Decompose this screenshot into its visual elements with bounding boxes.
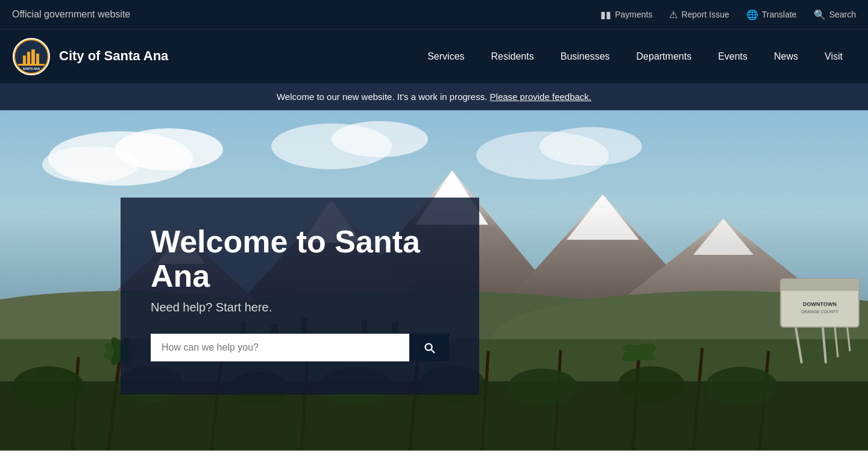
warning-icon: ⚠ bbox=[669, 9, 678, 20]
svg-point-69 bbox=[508, 369, 577, 406]
svg-point-13 bbox=[332, 121, 428, 157]
utility-bar: Official government website ▮▮ Payments … bbox=[0, 0, 868, 29]
hero-search-button[interactable] bbox=[409, 334, 449, 361]
search-icon-util: 🔍 bbox=[814, 9, 826, 20]
nav-item-visit[interactable]: Visit bbox=[811, 30, 856, 84]
nav-links: Services Residents Businesses Department… bbox=[414, 30, 856, 84]
utility-links: ▮▮ Payments ⚠ Report Issue 🌐 Translate 🔍… bbox=[600, 9, 856, 20]
hero-section: DOWNTOWN ORANGE COUNTY Welcome to Santa … bbox=[0, 110, 868, 451]
nav-item-residents[interactable]: Residents bbox=[478, 30, 547, 84]
hero-search-input[interactable] bbox=[151, 334, 409, 361]
search-link[interactable]: 🔍 Search bbox=[814, 9, 856, 20]
svg-rect-60 bbox=[781, 279, 859, 291]
payments-link[interactable]: ▮▮ Payments bbox=[600, 9, 652, 20]
hero-overlay: Welcome to Santa Ana Need help? Start he… bbox=[121, 198, 479, 395]
hero-search-bar bbox=[151, 334, 449, 361]
svg-rect-3 bbox=[27, 52, 30, 64]
svg-rect-5 bbox=[36, 54, 39, 64]
svg-point-70 bbox=[618, 366, 684, 402]
credit-card-icon: ▮▮ bbox=[600, 9, 611, 20]
brand-name: City of Santa Ana bbox=[59, 48, 168, 64]
svg-text:SANTA ANA: SANTA ANA bbox=[23, 67, 40, 70]
translate-link[interactable]: 🌐 Translate bbox=[746, 9, 797, 20]
svg-point-11 bbox=[42, 146, 139, 183]
feedback-link[interactable]: Please provide feedback. bbox=[490, 92, 591, 102]
svg-text:DOWNTOWN: DOWNTOWN bbox=[803, 301, 837, 307]
nav-item-services[interactable]: Services bbox=[414, 30, 477, 84]
main-nav: SANTA ANA City of Santa Ana Services Res… bbox=[0, 29, 868, 83]
svg-rect-2 bbox=[23, 55, 26, 64]
svg-point-64 bbox=[12, 366, 84, 408]
report-issue-link[interactable]: ⚠ Report Issue bbox=[669, 9, 729, 20]
announcement-bar: Welcome to our new website. It's a work … bbox=[0, 83, 868, 110]
santa-ana-logo: SANTA ANA bbox=[12, 37, 51, 76]
hero-subtitle: Need help? Start here. bbox=[151, 301, 449, 314]
svg-point-15 bbox=[539, 127, 642, 166]
nav-item-events[interactable]: Events bbox=[705, 30, 761, 84]
nav-item-departments[interactable]: Departments bbox=[623, 30, 705, 84]
globe-icon: 🌐 bbox=[746, 9, 758, 20]
svg-text:ORANGE COUNTY: ORANGE COUNTY bbox=[801, 310, 838, 314]
nav-item-news[interactable]: News bbox=[761, 30, 811, 84]
official-label: Official government website bbox=[12, 9, 130, 20]
svg-rect-4 bbox=[31, 49, 35, 64]
nav-item-businesses[interactable]: Businesses bbox=[547, 30, 623, 84]
brand-logo-link[interactable]: SANTA ANA City of Santa Ana bbox=[12, 37, 168, 76]
search-icon bbox=[423, 341, 436, 354]
svg-rect-6 bbox=[18, 64, 45, 66]
hero-title: Welcome to Santa Ana bbox=[151, 225, 449, 293]
svg-point-71 bbox=[705, 367, 778, 405]
